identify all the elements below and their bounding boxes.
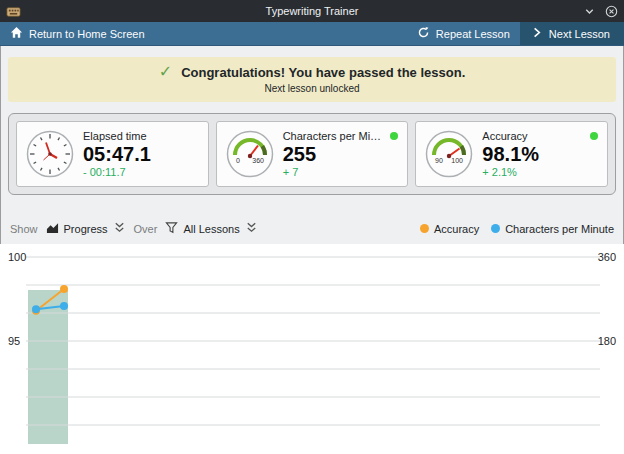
double-chevron-icon: [113, 221, 126, 236]
stat-change: + 2.1%: [482, 166, 598, 178]
banner-subtitle: Next lesson unlocked: [18, 83, 606, 94]
stat-card-characters-per-minute: 0 360 Characters per Min… 255 + 7: [216, 121, 409, 187]
lesson-filter-combo[interactable]: All Lessons: [165, 221, 257, 236]
window-title: Typewriting Trainer: [0, 5, 624, 17]
accuracy-gauge-icon: 90 100: [425, 130, 473, 178]
home-icon: [10, 26, 23, 41]
banner-title: Congratulations! You have passed the les…: [181, 65, 465, 80]
cpm-dot: [491, 224, 500, 233]
svg-text:0: 0: [236, 157, 240, 164]
next-lesson-button[interactable]: Next Lesson: [520, 22, 624, 45]
progress-chart-svg: 10095360180: [0, 244, 624, 444]
close-icon[interactable]: [605, 5, 618, 18]
graph-type-combo[interactable]: Progress: [46, 221, 126, 236]
speed-gauge-icon: 0 360: [226, 130, 274, 178]
filter-funnel-icon: [165, 221, 178, 236]
repeat-lesson-label: Repeat Lesson: [436, 28, 510, 40]
toolbar: Return to Home Screen Repeat Lesson Next…: [0, 22, 624, 46]
svg-text:100: 100: [8, 251, 26, 263]
app-icon: [6, 3, 22, 19]
app-window: Typewriting Trainer Return to Home Scree…: [0, 0, 624, 454]
area-chart-icon: [46, 221, 59, 236]
legend-cpm-label: Characters per Minute: [505, 223, 614, 235]
legend-accuracy: Accuracy: [420, 223, 479, 235]
svg-text:90: 90: [435, 157, 443, 164]
svg-text:360: 360: [252, 157, 264, 164]
stat-label: Characters per Min…: [283, 130, 387, 142]
filter-row: Show Progress Over All Lessons: [10, 221, 614, 236]
legend-accuracy-label: Accuracy: [434, 223, 479, 235]
svg-text:360: 360: [598, 251, 616, 263]
show-label: Show: [10, 223, 38, 235]
double-chevron-icon: [245, 221, 258, 236]
stat-label: Elapsed time: [83, 130, 147, 142]
stat-card-accuracy: 90 100 Accuracy 98.1% + 2.1%: [415, 121, 608, 187]
status-dot: [590, 132, 598, 140]
stat-label: Accuracy: [482, 130, 527, 142]
repeat-icon: [417, 26, 430, 41]
svg-text:100: 100: [452, 157, 464, 164]
stats-panel: Elapsed time 05:47.1 - 00:11.7 0 360: [8, 113, 616, 195]
clock-icon: [26, 130, 74, 178]
graph-type-value: Progress: [64, 223, 108, 235]
over-label: Over: [134, 223, 158, 235]
next-lesson-label: Next Lesson: [549, 28, 610, 40]
titlebar: Typewriting Trainer: [0, 0, 624, 22]
success-banner: ✓ Congratulations! You have passed the l…: [8, 57, 616, 102]
progress-chart: 10095360180: [0, 244, 624, 454]
svg-text:180: 180: [598, 335, 616, 347]
lesson-filter-value: All Lessons: [183, 223, 239, 235]
main-content: ✓ Congratulations! You have passed the l…: [0, 46, 624, 454]
svg-text:95: 95: [8, 335, 20, 347]
stat-value: 255: [283, 142, 399, 166]
return-home-label: Return to Home Screen: [29, 28, 145, 40]
accuracy-dot: [420, 224, 429, 233]
next-arrow-icon: [530, 26, 543, 41]
toolbar-spacer: [155, 22, 407, 45]
window-controls: [583, 5, 618, 18]
stat-change: + 7: [283, 166, 399, 178]
window-menu-icon[interactable]: [583, 5, 596, 18]
repeat-lesson-button[interactable]: Repeat Lesson: [407, 22, 520, 45]
check-icon: ✓: [159, 64, 172, 80]
legend-cpm: Characters per Minute: [491, 223, 614, 235]
stat-value: 98.1%: [482, 142, 598, 166]
stat-card-elapsed-time: Elapsed time 05:47.1 - 00:11.7: [16, 121, 209, 187]
stat-change: - 00:11.7: [83, 166, 199, 178]
return-home-button[interactable]: Return to Home Screen: [0, 22, 155, 45]
chart-legend: Accuracy Characters per Minute: [420, 223, 614, 235]
status-dot: [390, 132, 398, 140]
stat-value: 05:47.1: [83, 142, 199, 166]
